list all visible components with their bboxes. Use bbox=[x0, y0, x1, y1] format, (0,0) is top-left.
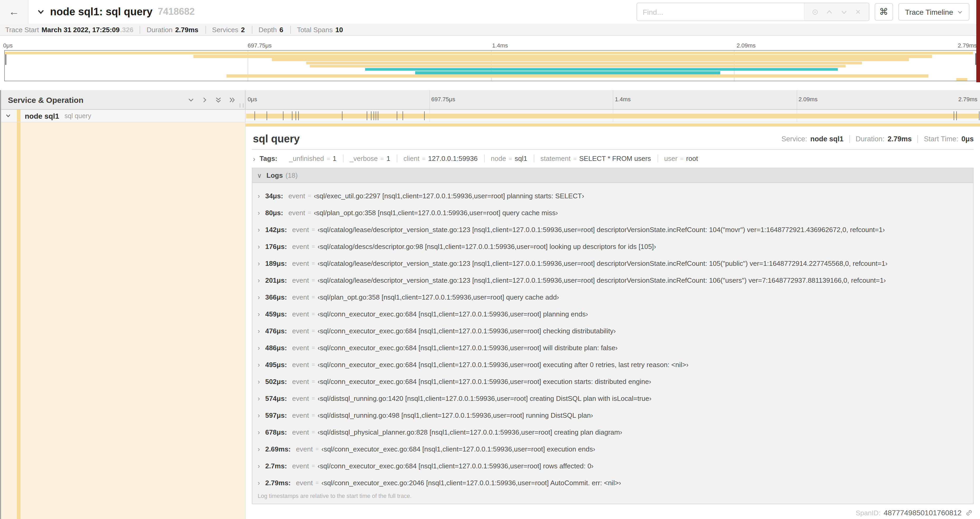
span-row-name-column[interactable]: node sql1 sql query bbox=[1, 110, 245, 122]
log-entry[interactable]: › 678μs: event = ‹sql/distsql_physical_p… bbox=[252, 423, 973, 441]
jaeger-trace-page: ← node sql1: sql query 7418682 bbox=[0, 0, 980, 519]
ruler-tick-label: 2.79ms bbox=[956, 96, 980, 102]
log-expand-chevron-icon: › bbox=[258, 479, 260, 486]
log-timestamp: 597μs: bbox=[265, 411, 287, 419]
span-row[interactable]: node sql1 sql query bbox=[1, 110, 980, 122]
log-entry[interactable]: › 189μs: event = ‹sql/catalog/lease/desc… bbox=[252, 255, 973, 271]
span-id-row: SpanID: 4877749850101760812 bbox=[252, 508, 974, 517]
log-timestamp: 495μs: bbox=[265, 361, 287, 369]
log-entry[interactable]: › 476μs: event = ‹sql/conn_executor_exec… bbox=[252, 322, 973, 339]
log-entry[interactable]: › 2.69ms: event = ‹sql/conn_executor_exe… bbox=[252, 441, 973, 457]
log-entry[interactable]: › 34μs: event = ‹sql/exec_util.go:2297 [… bbox=[252, 187, 973, 204]
log-timestamp: 2.7ms: bbox=[265, 462, 287, 469]
clear-find-icon[interactable] bbox=[855, 8, 862, 15]
collapse-all-icon[interactable] bbox=[215, 96, 222, 103]
log-entry[interactable]: › 502μs: event = ‹sql/conn_executor_exec… bbox=[252, 373, 973, 390]
expand-all-icon[interactable] bbox=[229, 96, 235, 103]
logs-header[interactable]: ∨ Logs (18) bbox=[252, 168, 973, 183]
log-timestamp: 2.79ms: bbox=[265, 479, 291, 487]
tag-equals: = bbox=[573, 156, 577, 162]
span-detail-panel: sql query Service: node sql1 Duration: 2… bbox=[245, 122, 980, 519]
log-timestamp: 486μs: bbox=[265, 343, 287, 351]
log-field-key: event bbox=[292, 428, 309, 436]
log-entry[interactable]: › 80μs: event = ‹sql/plan_opt.go:358 [ns… bbox=[252, 204, 973, 221]
log-expand-chevron-icon: › bbox=[258, 310, 260, 317]
minimap-scrubber-left[interactable] bbox=[5, 53, 6, 65]
tags-accordion[interactable]: › Tags: _unfinished = 1 _verbose = bbox=[252, 150, 974, 166]
log-entry[interactable]: › 201μs: event = ‹sql/catalog/lease/desc… bbox=[252, 271, 973, 289]
trace-title-group[interactable]: node sql1: sql query 7418682 bbox=[37, 6, 636, 18]
minimap-span-bar bbox=[306, 61, 862, 64]
log-entry[interactable]: › 459μs: event = ‹sql/conn_executor_exec… bbox=[252, 305, 973, 322]
tag-value: root bbox=[686, 155, 698, 163]
log-marker-tick bbox=[299, 111, 299, 120]
log-timestamp: 201μs: bbox=[265, 276, 287, 284]
log-entry[interactable]: › 176μs: event = ‹sql/catalog/descs/desc… bbox=[252, 238, 973, 255]
log-entry[interactable]: › 366μs: event = ‹sql/plan_opt.go:358 [n… bbox=[252, 289, 973, 305]
prev-result-icon[interactable] bbox=[826, 8, 833, 16]
log-marker-tick bbox=[367, 111, 367, 120]
trace-view-select[interactable]: Trace Timeline bbox=[898, 3, 969, 21]
collapse-trace-chevron-icon[interactable] bbox=[37, 8, 45, 16]
tag-value: 1 bbox=[333, 155, 336, 163]
log-field-key: event bbox=[292, 259, 309, 267]
log-expand-chevron-icon: › bbox=[258, 243, 260, 250]
log-timestamp: 678μs: bbox=[265, 428, 287, 436]
log-field-key: event bbox=[292, 343, 309, 351]
locate-icon[interactable] bbox=[811, 8, 819, 16]
log-entry[interactable]: › 574μs: event = ‹sql/distsql_running.go… bbox=[252, 390, 973, 407]
next-result-icon[interactable] bbox=[840, 8, 848, 16]
log-equals: = bbox=[312, 226, 315, 233]
column-resizer-handle[interactable] bbox=[240, 103, 243, 108]
tag-equals: = bbox=[509, 156, 512, 162]
log-timestamp: 366μs: bbox=[265, 293, 287, 301]
log-entry[interactable]: › 597μs: event = ‹sql/distsql_running.go… bbox=[252, 407, 973, 423]
log-entry[interactable]: › 495μs: event = ‹sql/conn_executor_exec… bbox=[252, 356, 973, 373]
timeline-minimap: 0μs697.75μs1.4ms2.09ms2.79ms bbox=[0, 36, 980, 92]
log-entry[interactable]: › 2.79ms: event = ‹sql/conn_executor_exe… bbox=[252, 474, 973, 491]
minimap-canvas[interactable] bbox=[4, 50, 977, 81]
log-expand-chevron-icon: › bbox=[258, 260, 260, 267]
scrollbar-thumb[interactable] bbox=[976, 0, 980, 82]
log-field-key: event bbox=[292, 462, 309, 469]
log-marker-tick bbox=[342, 111, 342, 120]
minimap-tick-label: 2.79ms bbox=[956, 42, 979, 48]
log-equals: = bbox=[312, 345, 315, 351]
log-entry[interactable]: › 486μs: event = ‹sql/conn_executor_exec… bbox=[252, 339, 973, 356]
span-tag: _unfinished = 1 bbox=[283, 155, 343, 163]
log-field-key: event bbox=[292, 225, 309, 233]
log-expand-chevron-icon: › bbox=[258, 192, 260, 199]
log-marker-tick bbox=[954, 111, 954, 120]
log-marker-tick bbox=[424, 111, 425, 120]
log-field-value: ‹sql/conn_executor_exec.go:2046 [nsql1,c… bbox=[321, 479, 621, 487]
span-collapse-chevron-icon[interactable] bbox=[5, 113, 11, 119]
find-input[interactable] bbox=[637, 3, 804, 21]
collapse-one-icon[interactable] bbox=[188, 96, 194, 103]
span-accent-bar bbox=[245, 123, 980, 126]
span-service-name: node sql1 bbox=[25, 112, 59, 120]
minimap-span-bar bbox=[956, 78, 967, 81]
span-detail-header: sql query Service: node sql1 Duration: 2… bbox=[252, 133, 974, 145]
log-timestamp: 176μs: bbox=[265, 242, 287, 250]
deep-link-icon[interactable] bbox=[965, 509, 973, 516]
keyboard-shortcuts-button[interactable]: ⌘ bbox=[874, 3, 893, 21]
log-marker-tick bbox=[254, 111, 255, 120]
back-button[interactable]: ← bbox=[0, 0, 29, 24]
log-entry[interactable]: › 142μs: event = ‹sql/catalog/lease/desc… bbox=[252, 221, 973, 238]
span-row-bar-column[interactable] bbox=[245, 110, 980, 122]
service-operation-header: Service & Operation bbox=[1, 90, 245, 109]
log-expand-chevron-icon: › bbox=[258, 277, 260, 284]
log-timestamp: 80μs: bbox=[265, 209, 283, 217]
expand-one-icon[interactable] bbox=[201, 96, 208, 103]
summary-label: Total Spans bbox=[297, 26, 333, 34]
log-equals: = bbox=[312, 260, 315, 267]
summary-item: Total Spans 10 bbox=[290, 26, 344, 34]
log-entry[interactable]: › 2.7ms: event = ‹sql/conn_executor_exec… bbox=[252, 457, 973, 474]
span-tag: statement = SELECT * FROM users bbox=[533, 155, 657, 163]
log-field-key: event bbox=[292, 276, 309, 284]
tag-value: 127.0.0.1:59936 bbox=[428, 155, 477, 163]
ruler-tick-label: 697.75μs bbox=[429, 96, 455, 102]
find-result-controls bbox=[804, 3, 869, 21]
summary-label: Duration bbox=[147, 26, 173, 34]
chevron-down-icon bbox=[957, 9, 963, 14]
